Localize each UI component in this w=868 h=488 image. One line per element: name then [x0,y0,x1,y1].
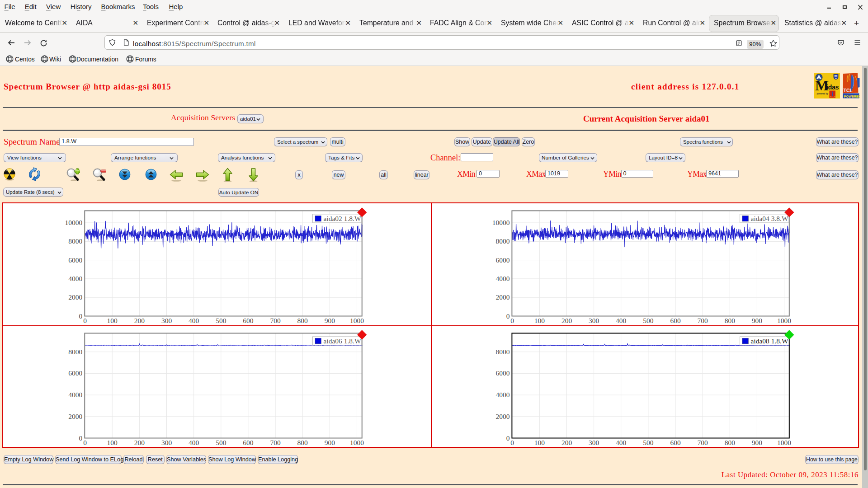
svg-text:8000: 8000 [68,237,82,245]
svg-text:800: 800 [297,439,308,446]
svg-text:900: 900 [325,439,335,446]
svg-text:6000: 6000 [68,369,82,377]
svg-text:6000: 6000 [495,256,509,264]
svg-text:600: 600 [670,439,681,446]
svg-text:8000: 8000 [495,237,509,245]
svg-text:500: 500 [643,439,654,446]
svg-text:200: 200 [561,317,572,324]
svg-text:aida04 3.8.W: aida04 3.8.W [751,215,788,222]
svg-text:700: 700 [698,317,708,324]
svg-text:POWERED: POWERED [844,94,860,99]
svg-text:0: 0 [83,439,87,446]
svg-text:800: 800 [297,317,308,324]
svg-text:700: 700 [270,317,281,324]
svg-text:10000: 10000 [492,219,510,226]
svg-text:100: 100 [107,317,118,324]
svg-text:aida06 1.8.W: aida06 1.8.W [324,337,361,345]
svg-text:aida02 1.8.W: aida02 1.8.W [324,215,361,222]
svg-text:600: 600 [670,317,681,324]
svg-text:200: 200 [561,439,572,446]
svg-text:0: 0 [506,312,510,320]
svg-text:300: 300 [589,317,599,324]
svg-text:4000: 4000 [495,391,509,399]
svg-text:aida08 1.8.W: aida08 1.8.W [751,337,788,345]
svg-text:1000: 1000 [350,317,364,324]
svg-text:6000: 6000 [495,369,509,377]
svg-text:0: 0 [79,434,83,442]
svg-text:1000: 1000 [350,439,364,446]
svg-text:0: 0 [506,434,510,442]
svg-text:2000: 2000 [68,413,82,420]
svg-text:0: 0 [510,317,514,324]
svg-text:100: 100 [534,439,545,446]
svg-text:idas: idas [826,84,839,91]
svg-text:2000: 2000 [495,293,509,301]
svg-text:900: 900 [325,317,335,324]
svg-text:1000: 1000 [777,317,791,324]
svg-text:4000: 4000 [68,275,82,282]
svg-text:6000: 6000 [68,256,82,264]
svg-text:300: 300 [589,439,599,446]
svg-text:700: 700 [270,439,281,446]
svg-text:0: 0 [83,317,87,324]
svg-text:300: 300 [161,439,172,446]
svg-text:10000: 10000 [65,219,83,226]
svg-text:200: 200 [134,439,145,446]
svg-text:800: 800 [725,317,736,324]
svg-text:600: 600 [243,317,254,324]
svg-text:T C L T K: T C L T K [830,96,837,98]
svg-text:900: 900 [752,439,763,446]
svg-text:500: 500 [216,439,226,446]
svg-text:4000: 4000 [68,391,82,399]
svg-text:400: 400 [616,439,627,446]
svg-text:600: 600 [243,439,254,446]
svg-text:700: 700 [698,439,708,446]
svg-text:900: 900 [752,317,763,324]
svg-text:300: 300 [161,317,172,324]
svg-text:4000: 4000 [495,275,509,282]
svg-text:500: 500 [643,317,654,324]
svg-text:200: 200 [134,317,145,324]
svg-text:2000: 2000 [68,293,82,301]
svg-text:0: 0 [79,312,83,320]
svg-text:100: 100 [534,317,545,324]
svg-text:800: 800 [725,439,736,446]
svg-text:TCL: TCL [844,88,853,93]
svg-text:400: 400 [616,317,627,324]
svg-text:500: 500 [216,317,226,324]
svg-text:8000: 8000 [68,348,82,356]
svg-text:100: 100 [107,439,118,446]
svg-text:2000: 2000 [495,413,509,420]
svg-text:0: 0 [510,439,514,446]
svg-text:1000: 1000 [777,439,791,446]
svg-text:400: 400 [189,439,199,446]
svg-text:400: 400 [189,317,199,324]
svg-text:8000: 8000 [495,348,509,356]
svg-text:powered by: powered by [817,93,829,95]
